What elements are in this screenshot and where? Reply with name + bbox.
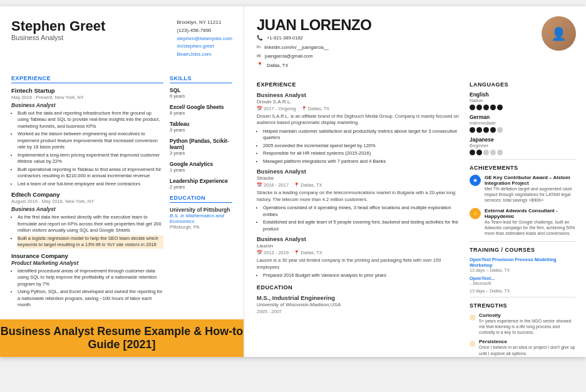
job-title-edtech: Business Analyst [11, 206, 163, 212]
training-2: OpenText... ...Microsoft [470, 276, 576, 286]
dot [476, 150, 482, 155]
contact-email-row: ✉ juangarcia@gmail.com [257, 52, 371, 61]
contact-phone-row: 📞 +1-921-389-0182 [257, 34, 371, 43]
company-fintech: Fintech Startup [11, 87, 163, 94]
left-portfolio[interactable]: /in/stephen.greet [177, 43, 214, 49]
bullet-item: As the first data hire worked directly w… [18, 214, 163, 234]
company-fintech-meta: May 2018 - Present, New York, NY [11, 95, 163, 100]
bullet-item: Identified procedural areas of improveme… [18, 268, 163, 288]
achievement-ge: ★ GE Key Contributor Award – Alstom Inte… [470, 175, 576, 203]
edu-dates-right: 2005 - 2007 [257, 309, 282, 314]
right-sidebar: LANGUAGES English Native Germa [470, 76, 576, 357]
right-education-label: EDUCATION [257, 284, 461, 291]
dot [476, 105, 482, 110]
dot [483, 150, 489, 155]
lauzon-dates: 📅 2013 - 2016 [257, 250, 289, 255]
right-experience-label: EXPERIENCE [257, 81, 461, 88]
bullet-item: Responsible for all HR related systems (… [263, 150, 461, 157]
lauzon-desc: Lauzon is a 30 year old limited company … [257, 257, 461, 271]
left-education-label: EDUCATION [170, 195, 232, 203]
edtech-bullets: As the first data hire worked directly w… [11, 214, 163, 249]
dot [490, 127, 496, 133]
dot [497, 150, 503, 155]
right-edu-school: University of Wisconsin-Madison,USA [257, 302, 461, 307]
dot [476, 127, 482, 133]
achievement-icon-star: ★ [470, 175, 481, 186]
left-email[interactable]: stephen@beamjobs.com [177, 36, 232, 41]
left-title: Business Analyst [11, 34, 105, 41]
right-edu-degree: M.S., Industrial Engineering [257, 294, 461, 301]
left-experience-label: EXPERIENCE [11, 75, 163, 83]
lang-dots-english [470, 105, 576, 110]
company-insurance: Insurance Company [11, 252, 163, 259]
right-meta-drouin: 📅 2017 - Ongoing 📍 Dallas, TX [257, 106, 461, 111]
strength-curiosity: ◎ Curiosity 5+ years experience in the N… [470, 312, 576, 335]
right-company-stracke: Stracke [257, 175, 461, 181]
bullet-item: Implemented a long-term pricing experime… [18, 152, 163, 165]
lang-dots-japanese [470, 150, 576, 155]
persistence-icon: ◎ [470, 339, 476, 348]
right-meta-stracke: 📅 2016 - 2017 📍 Dallas, TX [257, 182, 461, 188]
stracke-loc: 📍 Dallas, TX [294, 182, 322, 188]
stracke-dates: 📅 2016 - 2017 [257, 182, 289, 188]
edu-school-left: University of Pittsburgh [170, 207, 232, 213]
training-3: 13 days – Dallas, TX [470, 289, 576, 293]
drouin-bullets: Helped maintain customer satisfaction an… [257, 128, 461, 165]
edu-location-left: Pittsburgh, PA [170, 224, 232, 230]
contact-linkedin-row: in linkedin.com/in/__juangarcia__ [257, 43, 371, 51]
right-name: JUAN LORENZO [257, 16, 371, 34]
dot [483, 105, 489, 110]
divider [470, 297, 576, 297]
languages-label: LANGUAGES [470, 81, 576, 88]
left-name: Stephen Greet [11, 19, 105, 34]
job-title-fintech: Business Analyst [11, 102, 163, 108]
screenshot-container: Stephen Greet Business Analyst Brooklyn,… [0, 0, 586, 392]
curiosity-content: Curiosity 5+ years experience in the NGO… [479, 312, 576, 335]
lang-english: English Native [470, 91, 576, 110]
right-company-lauzon: Lauzon [257, 243, 461, 249]
achievement-content-ge: GE Key Contributor Award – Alstom Integr… [485, 175, 576, 203]
resumes-wrapper: Stephen Greet Business Analyst Brooklyn,… [0, 6, 586, 357]
left-website[interactable]: BeamJobs.com [177, 51, 211, 57]
avatar: 👤 [542, 16, 576, 51]
dot [470, 150, 475, 155]
right-linkedin: linkedin.com/in/__juangarcia__ [264, 43, 329, 52]
strength-persistence: ◎ Persistence Once I believe in an idea … [470, 339, 576, 356]
bullet-item: Helped maintain customer satisfaction an… [263, 128, 461, 142]
bullet-item: Led a team of one full-time employee and… [18, 181, 163, 188]
skill-tableau: Tableau 3 years [170, 121, 232, 133]
right-company-drouin-role: Business Analyst [257, 91, 461, 98]
dot [497, 105, 503, 110]
training-1: OpenText Provision Process Modelling Wor… [470, 257, 576, 272]
dot [483, 127, 489, 133]
company-edtech: Edtech Company [11, 191, 163, 198]
right-meta-lauzon: 📅 2013 - 2016 📍 Dallas, TX [257, 250, 461, 255]
strengths-label: STRENGTHS [470, 302, 576, 309]
dot [490, 105, 496, 110]
right-company-lauzon-role: Business Analyst [257, 235, 461, 242]
orange-banner: Business Analyst Resume Example & How-to… [0, 319, 244, 357]
skill-python: Python (Pandas, Scikit-learn) 3 years [170, 138, 232, 156]
left-resume: Stephen Greet Business Analyst Brooklyn,… [0, 6, 244, 357]
banner-text: Business Analyst Resume Example & How-to… [0, 325, 244, 351]
bullet-item: Built a logistic regression model to hel… [18, 235, 163, 249]
drouin-loc: 📍 Dallas, TX [301, 106, 330, 111]
right-edu-dates: 2005 - 2007 [257, 309, 461, 314]
email-icon: ✉ [257, 52, 261, 61]
dot [470, 105, 475, 110]
lauzon-bullets: Prepared 2016 Budget with Variance analy… [257, 272, 461, 279]
stracke-desc: Stracke is a leading company on the tele… [257, 190, 461, 203]
job-title-insurance: Product Marketing Analyst [11, 260, 163, 266]
persistence-content: Persistence Once I believe in an idea or… [479, 339, 576, 356]
dot [470, 127, 475, 133]
stracke-bullets: Operations consisted of 4 operating mine… [257, 205, 461, 232]
right-header: JUAN LORENZO 📞 +1-921-389-0182 in linked… [257, 16, 576, 70]
company-edtech-meta: August 2016 - May 2018, New York, NY [11, 199, 163, 204]
bullet-item: Prepared 2016 Budget with Variance analy… [263, 272, 461, 279]
right-company-stracke-role: Business Analyst [257, 168, 461, 175]
edu-degree-left: B.S. in Mathematics and Economics [170, 213, 232, 224]
bullet-item: Managed platform integrations with 7 par… [263, 158, 461, 165]
right-resume: JUAN LORENZO 📞 +1-921-389-0182 in linked… [244, 6, 586, 357]
linkedin-icon: in [257, 43, 260, 51]
achievement-adwords: ⚡ External Adwords Consultant - Happydem… [470, 208, 576, 236]
